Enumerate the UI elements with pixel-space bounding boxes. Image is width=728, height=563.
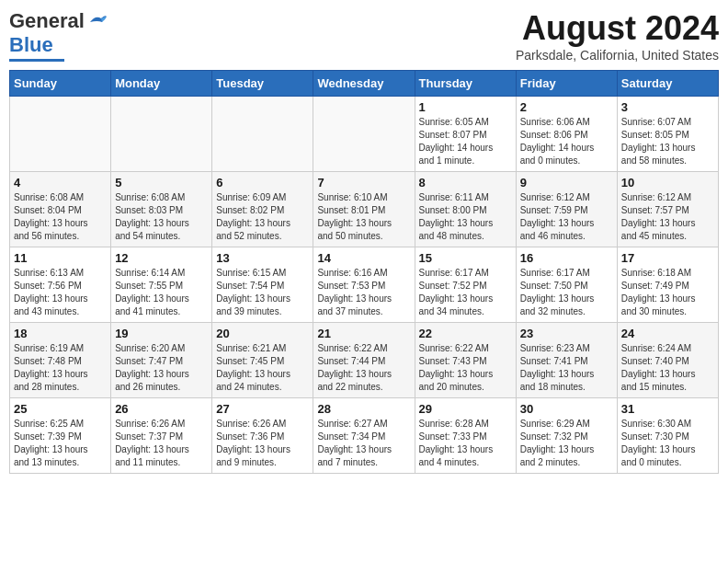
calendar-day-27: 27Sunrise: 6:26 AMSunset: 7:36 PMDayligh… (212, 398, 313, 474)
day-info: Sunrise: 6:23 AMSunset: 7:41 PMDaylight:… (520, 342, 613, 394)
day-number: 26 (115, 402, 208, 416)
day-info: Sunrise: 6:26 AMSunset: 7:36 PMDaylight:… (216, 418, 309, 469)
day-info: Sunrise: 6:18 AMSunset: 7:49 PMDaylight:… (621, 267, 714, 318)
calendar-day-2: 2Sunrise: 6:06 AMSunset: 8:06 PMDaylight… (516, 97, 617, 172)
calendar-day-11: 11Sunrise: 6:13 AMSunset: 7:56 PMDayligh… (10, 247, 111, 323)
calendar-day-12: 12Sunrise: 6:14 AMSunset: 7:55 PMDayligh… (111, 247, 212, 323)
logo-underline (9, 59, 64, 62)
calendar-day-8: 8Sunrise: 6:11 AMSunset: 8:00 PMDaylight… (415, 172, 516, 247)
weekday-header-sunday: Sunday (10, 71, 111, 97)
page-header: General Blue August 2024 Parksdale, Cali… (9, 9, 719, 63)
logo: General Blue (9, 9, 108, 62)
calendar-day-4: 4Sunrise: 6:08 AMSunset: 8:04 PMDaylight… (10, 172, 111, 247)
calendar-body: 1Sunrise: 6:05 AMSunset: 8:07 PMDaylight… (10, 97, 719, 474)
day-info: Sunrise: 6:05 AMSunset: 8:07 PMDaylight:… (419, 116, 512, 167)
day-number: 11 (14, 251, 107, 265)
day-number: 4 (14, 176, 107, 190)
calendar-day-9: 9Sunrise: 6:12 AMSunset: 7:59 PMDaylight… (516, 172, 617, 247)
calendar-empty-cell (313, 97, 415, 172)
calendar-day-24: 24Sunrise: 6:24 AMSunset: 7:40 PMDayligh… (617, 323, 718, 398)
calendar-day-14: 14Sunrise: 6:16 AMSunset: 7:53 PMDayligh… (313, 247, 415, 323)
calendar-empty-cell (212, 97, 313, 172)
weekday-header-friday: Friday (516, 71, 617, 97)
logo-blue-text: Blue (9, 33, 53, 57)
day-number: 27 (216, 402, 309, 416)
calendar-week-row: 25Sunrise: 6:25 AMSunset: 7:39 PMDayligh… (10, 398, 719, 474)
day-number: 17 (621, 251, 714, 265)
calendar-day-15: 15Sunrise: 6:17 AMSunset: 7:52 PMDayligh… (415, 247, 516, 323)
day-info: Sunrise: 6:12 AMSunset: 7:59 PMDaylight:… (520, 191, 613, 243)
calendar-day-25: 25Sunrise: 6:25 AMSunset: 7:39 PMDayligh… (10, 398, 111, 474)
calendar-week-row: 4Sunrise: 6:08 AMSunset: 8:04 PMDaylight… (10, 172, 719, 247)
calendar-day-13: 13Sunrise: 6:15 AMSunset: 7:54 PMDayligh… (212, 247, 313, 323)
calendar-day-18: 18Sunrise: 6:19 AMSunset: 7:48 PMDayligh… (10, 323, 111, 398)
day-number: 10 (621, 176, 714, 190)
day-number: 14 (317, 251, 410, 265)
day-info: Sunrise: 6:30 AMSunset: 7:30 PMDaylight:… (621, 418, 714, 469)
calendar-empty-cell (111, 97, 212, 172)
day-info: Sunrise: 6:11 AMSunset: 8:00 PMDaylight:… (419, 191, 512, 243)
calendar-day-3: 3Sunrise: 6:07 AMSunset: 8:05 PMDaylight… (617, 97, 718, 172)
calendar-day-29: 29Sunrise: 6:28 AMSunset: 7:33 PMDayligh… (415, 398, 516, 474)
calendar-day-19: 19Sunrise: 6:20 AMSunset: 7:47 PMDayligh… (111, 323, 212, 398)
calendar-table: SundayMondayTuesdayWednesdayThursdayFrid… (9, 70, 719, 474)
day-info: Sunrise: 6:08 AMSunset: 8:04 PMDaylight:… (14, 191, 107, 243)
day-info: Sunrise: 6:14 AMSunset: 7:55 PMDaylight:… (115, 267, 208, 318)
calendar-header: SundayMondayTuesdayWednesdayThursdayFrid… (10, 71, 719, 97)
weekday-header-thursday: Thursday (415, 71, 516, 97)
logo-bird-icon (88, 13, 108, 29)
calendar-week-row: 18Sunrise: 6:19 AMSunset: 7:48 PMDayligh… (10, 323, 719, 398)
weekday-header-tuesday: Tuesday (212, 71, 313, 97)
day-number: 12 (115, 251, 208, 265)
calendar-day-26: 26Sunrise: 6:26 AMSunset: 7:37 PMDayligh… (111, 398, 212, 474)
day-number: 6 (216, 176, 309, 190)
day-number: 8 (419, 176, 512, 190)
day-info: Sunrise: 6:13 AMSunset: 7:56 PMDaylight:… (14, 267, 107, 318)
weekday-header-monday: Monday (111, 71, 212, 97)
day-info: Sunrise: 6:10 AMSunset: 8:01 PMDaylight:… (317, 191, 410, 243)
day-info: Sunrise: 6:28 AMSunset: 7:33 PMDaylight:… (419, 418, 512, 469)
weekday-header-row: SundayMondayTuesdayWednesdayThursdayFrid… (10, 71, 719, 97)
calendar-week-row: 11Sunrise: 6:13 AMSunset: 7:56 PMDayligh… (10, 247, 719, 323)
calendar-day-30: 30Sunrise: 6:29 AMSunset: 7:32 PMDayligh… (516, 398, 617, 474)
day-number: 22 (419, 327, 512, 340)
day-number: 7 (317, 176, 410, 190)
day-info: Sunrise: 6:09 AMSunset: 8:02 PMDaylight:… (216, 191, 309, 243)
day-info: Sunrise: 6:08 AMSunset: 8:03 PMDaylight:… (115, 191, 208, 243)
calendar-empty-cell (10, 97, 111, 172)
day-info: Sunrise: 6:16 AMSunset: 7:53 PMDaylight:… (317, 267, 410, 318)
weekday-header-wednesday: Wednesday (313, 71, 415, 97)
day-number: 15 (419, 251, 512, 265)
calendar-day-16: 16Sunrise: 6:17 AMSunset: 7:50 PMDayligh… (516, 247, 617, 323)
calendar-week-row: 1Sunrise: 6:05 AMSunset: 8:07 PMDaylight… (10, 97, 719, 172)
day-number: 29 (419, 402, 512, 416)
calendar-day-21: 21Sunrise: 6:22 AMSunset: 7:44 PMDayligh… (313, 323, 415, 398)
calendar-day-10: 10Sunrise: 6:12 AMSunset: 7:57 PMDayligh… (617, 172, 718, 247)
calendar-day-5: 5Sunrise: 6:08 AMSunset: 8:03 PMDaylight… (111, 172, 212, 247)
day-info: Sunrise: 6:22 AMSunset: 7:43 PMDaylight:… (419, 342, 512, 394)
day-number: 9 (520, 176, 613, 190)
day-info: Sunrise: 6:07 AMSunset: 8:05 PMDaylight:… (621, 116, 714, 167)
logo-text: General (9, 9, 85, 33)
calendar-day-17: 17Sunrise: 6:18 AMSunset: 7:49 PMDayligh… (617, 247, 718, 323)
location: Parksdale, California, United States (516, 48, 719, 63)
day-info: Sunrise: 6:27 AMSunset: 7:34 PMDaylight:… (317, 418, 410, 469)
day-number: 23 (520, 327, 613, 340)
day-number: 5 (115, 176, 208, 190)
day-info: Sunrise: 6:29 AMSunset: 7:32 PMDaylight:… (520, 418, 613, 469)
day-number: 13 (216, 251, 309, 265)
calendar-day-28: 28Sunrise: 6:27 AMSunset: 7:34 PMDayligh… (313, 398, 415, 474)
day-info: Sunrise: 6:21 AMSunset: 7:45 PMDaylight:… (216, 342, 309, 394)
day-info: Sunrise: 6:06 AMSunset: 8:06 PMDaylight:… (520, 116, 613, 167)
day-number: 24 (621, 327, 714, 340)
title-area: August 2024 Parksdale, California, Unite… (516, 9, 719, 63)
day-number: 1 (419, 100, 512, 114)
day-number: 16 (520, 251, 613, 265)
day-info: Sunrise: 6:25 AMSunset: 7:39 PMDaylight:… (14, 418, 107, 469)
calendar-day-22: 22Sunrise: 6:22 AMSunset: 7:43 PMDayligh… (415, 323, 516, 398)
day-info: Sunrise: 6:24 AMSunset: 7:40 PMDaylight:… (621, 342, 714, 394)
day-info: Sunrise: 6:22 AMSunset: 7:44 PMDaylight:… (317, 342, 410, 394)
day-number: 21 (317, 327, 410, 340)
calendar-day-7: 7Sunrise: 6:10 AMSunset: 8:01 PMDaylight… (313, 172, 415, 247)
day-info: Sunrise: 6:17 AMSunset: 7:52 PMDaylight:… (419, 267, 512, 318)
